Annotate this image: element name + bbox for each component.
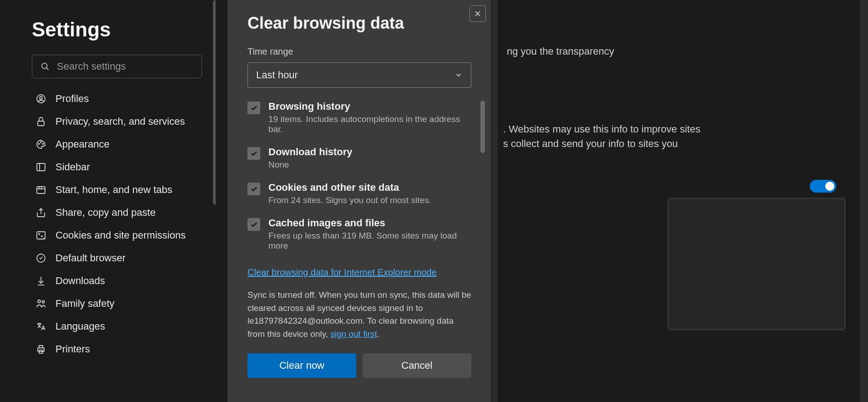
sidebar-item-label: Cookies and site permissions [56, 229, 186, 241]
sidebar-item-label: Profiles [56, 93, 89, 105]
svg-point-21 [38, 300, 40, 303]
sidebar-icon [35, 162, 46, 173]
sidebar-item-appearance[interactable]: Appearance [32, 133, 202, 156]
close-button[interactable] [469, 5, 486, 22]
sidebar-item-label: Printers [56, 343, 90, 355]
clear-now-button[interactable]: Clear now [247, 353, 356, 378]
svg-point-6 [40, 142, 41, 143]
toggle-switch[interactable] [810, 180, 836, 193]
profile-icon [35, 93, 46, 104]
checkbox-input[interactable] [247, 218, 260, 231]
time-range-select[interactable]: Last hour [247, 62, 471, 88]
svg-rect-10 [37, 187, 45, 193]
language-icon [35, 321, 46, 332]
sync-info-text: Sync is turned off. When you turn on syn… [247, 289, 471, 341]
svg-line-1 [46, 68, 48, 70]
palette-icon [35, 139, 46, 150]
sidebar-item-label: Privacy, search, and services [56, 116, 185, 127]
svg-point-16 [39, 234, 40, 234]
chevron-down-icon [454, 71, 463, 79]
default-browser-icon [35, 253, 46, 264]
sidebar-item-cookies[interactable]: Cookies and site permissions [32, 224, 202, 247]
sidebar-item-label: Languages [56, 321, 105, 332]
checkbox-browsing-history: Browsing history 19 items. Includes auto… [247, 101, 471, 134]
svg-rect-8 [37, 163, 45, 171]
svg-point-22 [42, 301, 45, 303]
search-icon [40, 62, 50, 71]
sidebar-item-privacy[interactable]: Privacy, search, and services [32, 110, 202, 133]
sign-out-link[interactable]: sign out first [330, 329, 377, 339]
sidebar-item-printers[interactable]: Printers [32, 338, 202, 361]
svg-rect-23 [38, 348, 44, 351]
sidebar-item-label: Sidebar [56, 161, 90, 173]
lock-icon [35, 116, 46, 127]
clear-browsing-data-dialog: Clear browsing data Time range Last hour… [227, 0, 491, 402]
settings-sidebar: Settings Profiles Privacy, search, and s… [0, 0, 216, 402]
checkbox-title: Cached images and files [268, 217, 471, 229]
toggle-thumb [825, 182, 834, 191]
share-icon [35, 207, 46, 218]
download-icon [35, 275, 46, 286]
page-scrollbar[interactable] [860, 0, 868, 402]
background-text: s collect and send your info to sites yo… [503, 138, 841, 150]
close-icon [474, 10, 482, 18]
sidebar-item-label: Family safety [56, 298, 115, 310]
sidebar-item-start[interactable]: Start, home, and new tabs [32, 178, 202, 201]
svg-point-7 [43, 143, 44, 144]
time-range-label: Time range [247, 46, 471, 57]
checkbox-title: Cookies and other site data [268, 182, 471, 193]
family-icon [35, 298, 46, 309]
search-input[interactable] [57, 61, 193, 72]
cancel-button[interactable]: Cancel [363, 353, 471, 378]
background-text: ng you the transparency [507, 46, 841, 57]
sidebar-item-label: Appearance [56, 138, 110, 150]
page-title: Settings [32, 18, 202, 41]
sidebar-item-downloads[interactable]: Downloads [32, 270, 202, 292]
dialog-scrollbar[interactable] [492, 0, 498, 402]
sidebar-item-label: Default browser [56, 252, 126, 264]
tabs-icon [35, 184, 46, 195]
nav-list: Profiles Privacy, search, and services A… [32, 87, 202, 361]
sidebar-item-label: Share, copy and paste [56, 207, 156, 219]
checkbox-input[interactable] [247, 183, 260, 195]
checkmark-icon [250, 185, 258, 193]
checkbox-desc: Frees up less than 319 MB. Some sites ma… [268, 231, 471, 251]
background-text: . Websites may use this info to improve … [503, 123, 841, 135]
checkbox-title: Download history [268, 146, 471, 158]
svg-rect-4 [38, 121, 44, 126]
dialog-button-row: Clear now Cancel [247, 353, 471, 378]
sidebar-item-family[interactable]: Family safety [32, 292, 202, 315]
search-settings-box[interactable] [32, 55, 202, 78]
checkmark-icon [250, 220, 258, 229]
checkbox-cookies: Cookies and other site data From 24 site… [247, 182, 471, 205]
checkbox-scrollbar[interactable] [480, 101, 485, 153]
svg-point-3 [40, 97, 42, 99]
checkmark-icon [250, 104, 258, 112]
sidebar-item-default-browser[interactable]: Default browser [32, 247, 202, 270]
ie-mode-link[interactable]: Clear browsing data for Internet Explore… [247, 267, 437, 278]
checkbox-input[interactable] [247, 102, 260, 114]
svg-point-0 [42, 63, 47, 69]
checkbox-list: Browsing history 19 items. Includes auto… [247, 101, 471, 251]
time-range-value: Last hour [256, 69, 298, 81]
sidebar-item-label: Downloads [56, 275, 105, 287]
checkbox-input[interactable] [247, 147, 260, 160]
background-panel-box [668, 198, 845, 330]
printer-icon [35, 344, 46, 355]
svg-point-17 [41, 236, 42, 237]
sidebar-item-sidebar[interactable]: Sidebar [32, 156, 202, 178]
sidebar-item-label: Start, home, and new tabs [56, 184, 172, 196]
cookies-icon [35, 230, 46, 241]
checkbox-desc: None [268, 160, 471, 170]
checkbox-title: Browsing history [268, 101, 471, 112]
sync-text-part: . [377, 329, 379, 339]
checkbox-desc: From 24 sites. Signs you out of most sit… [268, 195, 471, 205]
svg-point-5 [39, 143, 40, 144]
sidebar-item-languages[interactable]: Languages [32, 315, 202, 338]
sidebar-item-profiles[interactable]: Profiles [32, 87, 202, 110]
checkbox-download-history: Download history None [247, 146, 471, 170]
checkbox-desc: 19 items. Includes autocompletions in th… [268, 114, 471, 134]
checkmark-icon [250, 149, 258, 158]
dialog-title: Clear browsing data [247, 14, 471, 33]
sidebar-item-share[interactable]: Share, copy and paste [32, 201, 202, 224]
